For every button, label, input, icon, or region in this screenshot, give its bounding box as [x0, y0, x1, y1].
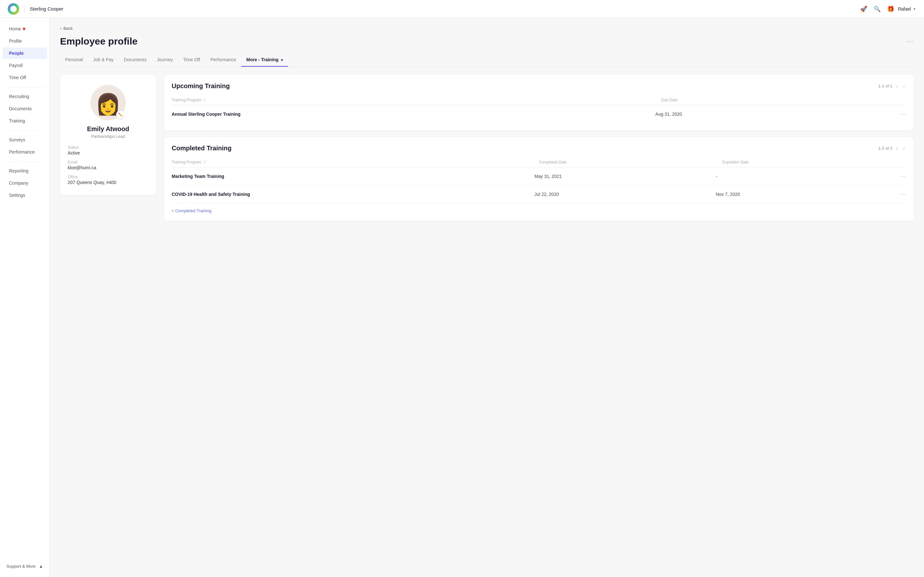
completed-expiry-2: Nov 7, 2020	[716, 192, 897, 197]
completed-training-row-1: Marketing Team Training May 31, 2021 - ·…	[172, 167, 906, 185]
upcoming-next-button[interactable]: ›	[902, 83, 906, 90]
completed-prev-button[interactable]: ‹	[895, 145, 899, 152]
upcoming-col-due-date: Due Date	[661, 98, 906, 102]
upcoming-section-header: Upcoming Training 1-1 of 1 ‹ ›	[172, 82, 906, 90]
topbar: Sterling Cooper 🚀 🔍 🎁 Rafael ▼	[0, 0, 924, 18]
completed-expiry-1: -	[716, 174, 897, 179]
sidebar-divider-1	[5, 87, 44, 87]
completed-table-header: Training Program ▽ Completed Date Expira…	[172, 157, 906, 167]
completed-pagination: 1-2 of 2 ‹ ›	[878, 145, 906, 152]
completed-next-button[interactable]: ›	[902, 145, 906, 152]
back-arrow-icon: ‹	[60, 26, 61, 31]
tab-time-off[interactable]: Time Off	[178, 53, 205, 67]
main-content: ‹ Back Employee profile ··· Personal Job…	[50, 18, 924, 577]
tab-journey[interactable]: Journey	[152, 53, 178, 67]
chevron-up-icon: ▲	[39, 564, 43, 569]
sidebar-item-settings[interactable]: Settings	[3, 189, 47, 201]
upcoming-page-count: 1-1 of 1	[878, 84, 892, 89]
profile-layout: 👩 ✏️ Emily Atwood Partnerships Lead Stat…	[60, 75, 914, 221]
home-notification-dot	[23, 27, 25, 30]
completed-training-section: Completed Training 1-2 of 2 ‹ › Training…	[164, 137, 914, 221]
calendar-icon[interactable]: 🎁	[887, 5, 894, 13]
sidebar-item-profile[interactable]: Profile	[3, 35, 47, 47]
company-name: Sterling Cooper	[30, 6, 63, 11]
upcoming-prev-button[interactable]: ‹	[895, 83, 899, 90]
profile-card: 👩 ✏️ Emily Atwood Partnerships Lead Stat…	[60, 75, 156, 195]
office-label: Office	[68, 175, 149, 179]
employee-name: Emily Atwood	[68, 125, 149, 133]
email-label: Email	[68, 160, 149, 164]
tab-dropdown-icon: ▾	[281, 58, 283, 62]
chevron-down-icon: ▼	[913, 7, 916, 11]
avatar-image: 👩	[95, 94, 121, 114]
sidebar-item-people[interactable]: People	[3, 47, 47, 59]
completed-date-1: May 31, 2021	[535, 174, 716, 179]
profile-details: Status Active Email kloe@humi.ca Office …	[68, 145, 149, 185]
sidebar-divider-3	[5, 161, 44, 162]
employee-role: Partnerships Lead	[68, 134, 149, 139]
completed-program-2: COVID-19 Health and Safety Training	[172, 192, 535, 197]
employee-email: kloe@humi.ca	[68, 165, 149, 170]
add-completed-button[interactable]: + Completed Training	[172, 208, 212, 213]
tab-documents[interactable]: Documents	[119, 53, 152, 67]
back-link[interactable]: ‹ Back	[60, 26, 914, 31]
sidebar-item-time-off[interactable]: Time Off	[3, 72, 47, 83]
sidebar-home-label: Home	[9, 26, 21, 31]
upcoming-training-row: Annual Sterling Cooper Training Aug 31, …	[172, 105, 906, 123]
completed-col-program: Training Program ▽	[172, 160, 539, 164]
upcoming-col-program: Training Program ▽	[172, 97, 661, 102]
sidebar-divider-2	[5, 131, 44, 131]
content-area: ‹ Back Employee profile ··· Personal Job…	[50, 18, 924, 229]
sidebar-item-surveys[interactable]: Surveys	[3, 134, 47, 145]
employee-status: Active	[68, 150, 149, 155]
completed-date-2: Jul 22, 2020	[535, 192, 716, 197]
tab-personal[interactable]: Personal	[60, 53, 88, 67]
tab-performance[interactable]: Performance	[205, 53, 241, 67]
page-header: Employee profile ···	[60, 36, 914, 47]
back-label: Back	[63, 26, 73, 31]
filter-icon[interactable]: ▽	[203, 97, 206, 102]
sidebar-item-performance[interactable]: Performance	[3, 146, 47, 158]
topbar-icons: 🚀 🔍 🎁	[860, 5, 894, 13]
upcoming-pagination: 1-1 of 1 ‹ ›	[878, 83, 906, 90]
employee-office: 207 Queens Quay, #400	[68, 180, 149, 185]
sidebar-item-home[interactable]: Home	[3, 23, 47, 35]
completed-row-1-actions-button[interactable]: ···	[897, 172, 906, 180]
profile-tabs: Personal Job & Pay Documents Journey Tim…	[60, 53, 914, 67]
sidebar-bottom: Support & More ▲	[0, 558, 49, 572]
tab-more-training[interactable]: More - Training ▾	[241, 53, 288, 67]
support-more-button[interactable]: Support & More ▲	[3, 561, 47, 572]
search-icon[interactable]: 🔍	[874, 5, 881, 13]
tab-job-pay[interactable]: Job & Pay	[88, 53, 119, 67]
completed-page-count: 1-2 of 2	[878, 146, 892, 151]
completed-section-header: Completed Training 1-2 of 2 ‹ ›	[172, 145, 906, 152]
avatar-wrap: 👩 ✏️	[90, 85, 126, 120]
status-label: Status	[68, 145, 149, 150]
user-menu[interactable]: Rafael ▼	[898, 6, 916, 11]
page-title: Employee profile	[60, 36, 137, 47]
more-options-button[interactable]: ···	[906, 37, 914, 45]
app-logo[interactable]	[8, 3, 19, 15]
sidebar-item-documents[interactable]: Documents	[3, 103, 47, 114]
completed-training-row-2: COVID-19 Health and Safety Training Jul …	[172, 185, 906, 203]
completed-col-completed: Completed Date	[539, 160, 722, 164]
sidebar-item-payroll[interactable]: Payroll	[3, 60, 47, 71]
completed-title: Completed Training	[172, 145, 232, 152]
sidebar-item-company[interactable]: Company	[3, 177, 47, 189]
upcoming-title: Upcoming Training	[172, 82, 230, 90]
completed-col-expiry: Expiration Date	[722, 160, 906, 164]
upcoming-row-actions-button[interactable]: ···	[897, 110, 906, 118]
sidebar-item-reporting[interactable]: Reporting	[3, 165, 47, 177]
sidebar-item-training[interactable]: Training	[3, 115, 47, 127]
edit-avatar-button[interactable]: ✏️	[116, 111, 124, 119]
support-label: Support & More	[6, 564, 36, 569]
sidebar-item-recruiting[interactable]: Recruiting	[3, 91, 47, 102]
upcoming-training-section: Upcoming Training 1-1 of 1 ‹ › Training …	[164, 75, 914, 131]
upcoming-table-header: Training Program ▽ Due Date	[172, 95, 906, 105]
rocket-icon[interactable]: 🚀	[860, 5, 867, 13]
completed-row-2-actions-button[interactable]: ···	[897, 190, 906, 198]
right-panel: Upcoming Training 1-1 of 1 ‹ › Training …	[164, 75, 914, 221]
sidebar: Home Profile People Payroll Time Off Rec…	[0, 18, 50, 577]
completed-filter-icon[interactable]: ▽	[203, 160, 206, 164]
topbar-divider	[24, 5, 25, 13]
